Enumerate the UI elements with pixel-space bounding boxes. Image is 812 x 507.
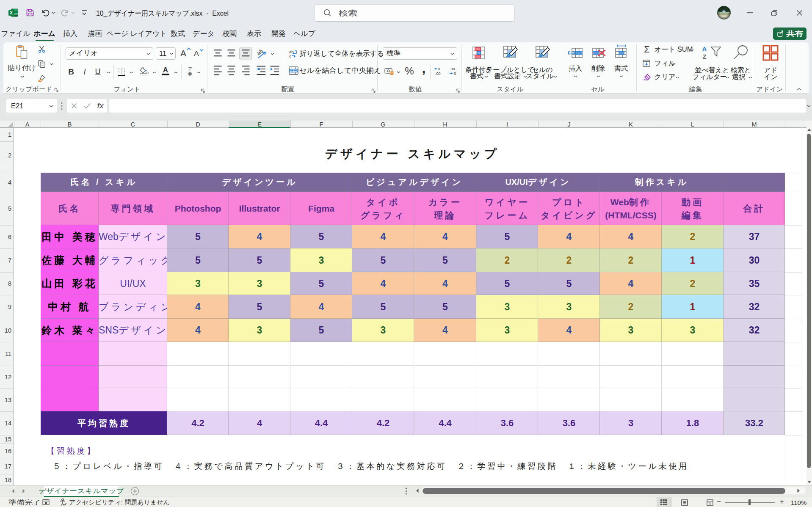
svg-text:X: X xyxy=(10,11,13,15)
svg-text:亜: 亜 xyxy=(188,72,193,77)
svg-text:A: A xyxy=(702,45,707,52)
svg-text:c: c xyxy=(289,54,291,58)
svg-text:.00: .00 xyxy=(450,67,455,71)
svg-text:Z: Z xyxy=(702,53,706,60)
svg-text:ア: ア xyxy=(188,66,192,71)
svg-text:.00: .00 xyxy=(435,72,441,76)
svg-text:0: 0 xyxy=(454,72,456,76)
svg-text:0: 0 xyxy=(438,67,440,71)
